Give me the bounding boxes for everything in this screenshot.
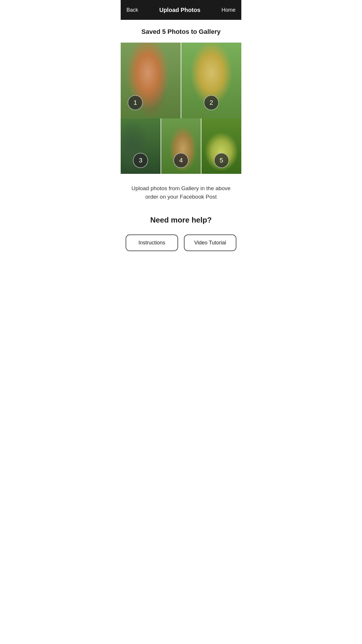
home-button[interactable]: Home [222, 7, 236, 13]
photo-cell-5[interactable]: 5 [201, 118, 241, 174]
page-title: Upload Photos [159, 7, 200, 13]
photo-cell-2[interactable]: 2 [181, 43, 241, 118]
photo-row-top: 1 2 [121, 43, 241, 118]
help-buttons-container: Instructions Video Tutorial [121, 235, 241, 263]
subtitle-area: Saved 5 Photos to Gallery [121, 20, 241, 43]
photo-number-3: 3 [133, 153, 148, 168]
video-tutorial-button[interactable]: Video Tutorial [184, 235, 236, 251]
back-button[interactable]: Back [126, 7, 138, 13]
photo-cell-1[interactable]: 1 [121, 43, 181, 118]
help-area: Need more help? [121, 207, 241, 235]
photo-cell-4[interactable]: 4 [161, 118, 202, 174]
photo-number-4: 4 [173, 153, 189, 168]
photo-number-2: 2 [204, 95, 219, 110]
help-title: Need more help? [126, 216, 236, 225]
instructions-area: Upload photos from Gallery in the above … [121, 174, 241, 207]
instructions-button[interactable]: Instructions [126, 235, 178, 251]
instructions-text: Upload photos from Gallery in the above … [129, 184, 233, 201]
saved-photos-text: Saved 5 Photos to Gallery [125, 28, 237, 36]
photo-grid: 1 2 3 4 5 [121, 43, 241, 174]
photo-row-bottom: 3 4 5 [121, 118, 241, 174]
photo-number-5: 5 [214, 153, 229, 168]
photo-number-1: 1 [128, 95, 143, 110]
photo-cell-3[interactable]: 3 [121, 118, 161, 174]
app-header: Back Upload Photos Home [121, 0, 241, 20]
